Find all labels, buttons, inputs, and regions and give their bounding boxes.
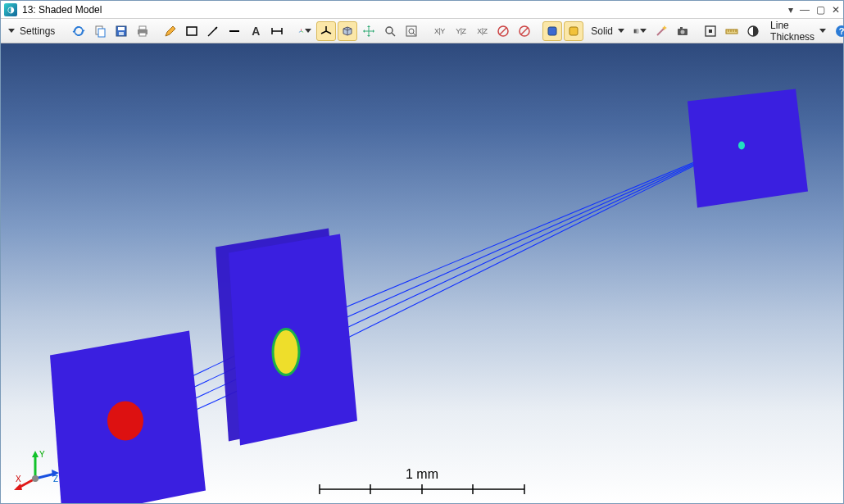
disable-1-button[interactable]	[493, 21, 513, 41]
dropdown-icon[interactable]: ▾	[788, 4, 793, 16]
pencil-icon	[164, 25, 177, 38]
svg-rect-7	[139, 33, 146, 36]
svg-text:?: ?	[839, 26, 844, 36]
help-icon: ?	[835, 25, 844, 38]
gradient-button[interactable]	[630, 21, 650, 41]
zoom-icon	[383, 25, 397, 38]
help-button[interactable]: ?	[832, 21, 844, 41]
ruler-button[interactable]	[722, 21, 742, 41]
arrow-icon	[206, 25, 220, 38]
rectangle-icon	[185, 25, 198, 38]
dimension-button[interactable]	[267, 21, 287, 41]
ruler-icon	[725, 25, 738, 38]
viewport-3d[interactable]: Y X Z 1 mm	[1, 43, 843, 503]
svg-line-19	[321, 31, 326, 34]
axis-triad: Y X Z	[12, 446, 61, 495]
print-button[interactable]	[133, 21, 152, 41]
fit-button[interactable]	[402, 21, 421, 41]
chevron-down-icon	[819, 29, 826, 33]
triad-shaded-button[interactable]	[316, 21, 336, 41]
triad-persp-button[interactable]	[295, 21, 315, 41]
line-icon	[228, 25, 241, 38]
svg-rect-39	[709, 30, 712, 33]
svg-point-36	[681, 30, 685, 34]
forbid-icon	[497, 25, 510, 38]
layer-icon	[567, 25, 580, 38]
contrast-icon	[746, 25, 760, 38]
print-icon	[136, 25, 149, 38]
chevron-down-icon	[8, 29, 15, 33]
window-controls: ▾ — ▢ ✕	[788, 4, 840, 16]
fit-icon	[405, 25, 418, 38]
chevron-down-icon	[305, 29, 311, 33]
arrow-button[interactable]	[203, 21, 223, 41]
contrast-button[interactable]	[743, 21, 763, 41]
svg-line-28	[500, 28, 506, 34]
solid-dropdown[interactable]: Solid	[585, 21, 628, 41]
line-button[interactable]	[225, 21, 244, 41]
window: 13: Shaded Model ▾ — ▢ ✕ Settings A	[0, 0, 844, 504]
close-icon[interactable]: ✕	[832, 4, 840, 16]
refresh-button[interactable]	[69, 21, 88, 41]
svg-point-62	[738, 142, 745, 150]
copy-icon	[93, 25, 107, 38]
svg-line-16	[299, 31, 302, 32]
toolbar: Settings A X|Y Y|Z X|Z Solid	[1, 19, 843, 43]
camera-button[interactable]	[673, 21, 692, 41]
text-button[interactable]: A	[246, 21, 265, 41]
settings-label: Settings	[18, 25, 57, 37]
svg-rect-33	[634, 29, 638, 32]
minimize-icon[interactable]: —	[800, 4, 810, 16]
expand-icon	[704, 25, 717, 38]
svg-line-18	[326, 31, 331, 34]
axis-y-label: Y	[39, 450, 45, 459]
wand-icon	[655, 25, 668, 38]
svg-rect-1	[98, 29, 105, 37]
app-icon	[4, 3, 17, 16]
expand-button[interactable]	[701, 21, 720, 41]
dimension-icon	[270, 25, 284, 38]
svg-rect-4	[119, 32, 124, 35]
move-icon	[362, 25, 375, 38]
yz-plane-button[interactable]: Y|Z	[451, 21, 470, 41]
svg-marker-66	[14, 484, 22, 490]
save-icon	[115, 25, 128, 38]
line-thickness-label: Line Thickness	[769, 20, 816, 43]
svg-rect-32	[569, 27, 578, 35]
xz-plane-button[interactable]: X|Z	[472, 21, 492, 41]
triad-shaded-icon	[320, 25, 333, 38]
settings-dropdown[interactable]: Settings	[4, 21, 61, 41]
save-button[interactable]	[111, 21, 131, 41]
pencil-button[interactable]	[161, 21, 180, 41]
svg-line-34	[657, 28, 665, 35]
svg-line-53	[279, 144, 738, 347]
axis-x-label: X	[16, 474, 21, 484]
move-button[interactable]	[359, 21, 379, 41]
layer-blue-button[interactable]	[542, 21, 562, 41]
xy-plane-button[interactable]: X|Y	[429, 21, 449, 41]
svg-point-60	[273, 329, 299, 375]
svg-rect-31	[548, 27, 556, 35]
svg-point-57	[107, 402, 143, 441]
svg-marker-61	[687, 89, 808, 208]
copy-button[interactable]	[90, 21, 110, 41]
scale-bar: 1 mm	[315, 467, 529, 495]
line-thickness-dropdown[interactable]: Line Thickness	[765, 21, 830, 41]
disable-2-button[interactable]	[515, 21, 534, 41]
maximize-icon[interactable]: ▢	[816, 4, 825, 16]
zoom-button[interactable]	[380, 21, 400, 41]
gradient-icon	[633, 25, 639, 38]
scale-ruler-icon	[315, 484, 529, 495]
camera-icon	[676, 25, 689, 38]
cube-button[interactable]	[338, 21, 357, 41]
layer-yellow-button[interactable]	[564, 21, 583, 41]
wand-button[interactable]	[651, 21, 671, 41]
svg-rect-8	[187, 27, 197, 35]
svg-line-26	[413, 33, 415, 35]
svg-rect-37	[680, 27, 683, 29]
layer-icon	[546, 25, 559, 38]
svg-rect-3	[118, 27, 125, 30]
svg-point-22	[386, 27, 393, 34]
rectangle-button[interactable]	[182, 21, 202, 41]
svg-rect-6	[139, 26, 146, 30]
